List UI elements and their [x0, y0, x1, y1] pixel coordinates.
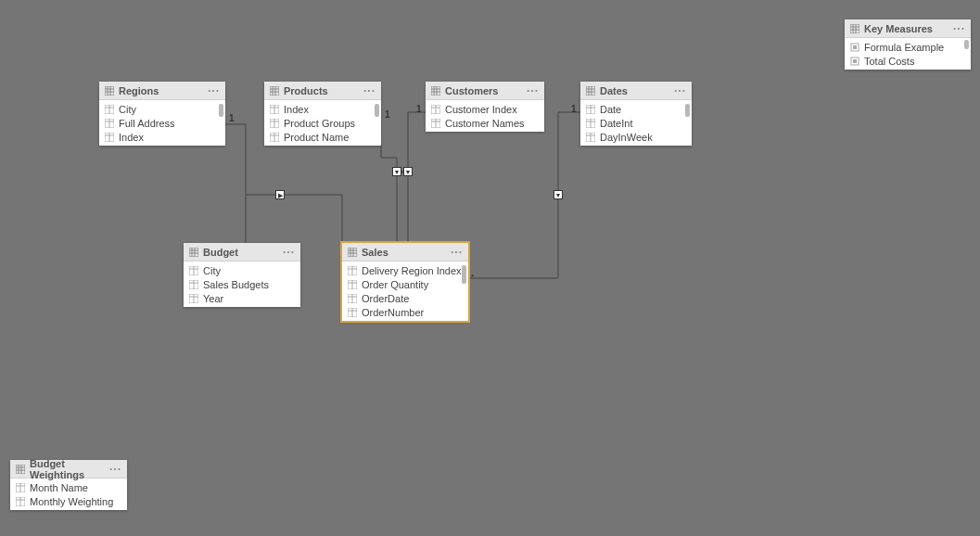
more-icon[interactable]: ··· — [109, 463, 121, 476]
table-sales[interactable]: Sales ··· Delivery Region Index Order Qu… — [342, 243, 468, 321]
field-row[interactable]: Product Groups — [264, 116, 381, 130]
field-row[interactable]: Customer Index — [426, 102, 544, 116]
table-budget-weightings[interactable]: Budget Weightings ··· Month Name Monthly… — [10, 460, 127, 510]
table-header-products[interactable]: Products ··· — [264, 82, 381, 100]
field-name: Monthly Weighting — [30, 496, 113, 507]
svg-rect-28 — [431, 86, 440, 96]
svg-rect-90 — [853, 45, 857, 49]
table-header-regions[interactable]: Regions ··· — [99, 82, 225, 100]
scrollbar[interactable] — [219, 104, 223, 117]
svg-rect-67 — [348, 248, 357, 257]
scrollbar[interactable] — [964, 40, 969, 49]
relationship-lines — [0, 0, 980, 536]
measure-icon — [850, 43, 859, 52]
field-row[interactable]: Full Address — [99, 116, 225, 130]
table-title: Key Measures — [864, 23, 953, 34]
field-row[interactable]: City — [184, 263, 300, 277]
column-icon — [16, 483, 25, 492]
table-icon — [348, 248, 357, 257]
table-title: Products — [284, 85, 363, 96]
field-name: Formula Example — [864, 42, 944, 53]
table-icon — [586, 86, 595, 96]
field-row[interactable]: OrderDate — [342, 291, 468, 305]
scrollbar[interactable] — [375, 104, 379, 117]
field-row[interactable]: Total Costs — [845, 54, 971, 68]
field-row[interactable]: Year — [184, 291, 300, 305]
field-name: Product Groups — [284, 118, 355, 129]
field-name: Index — [284, 104, 309, 115]
svg-rect-14 — [270, 86, 279, 96]
column-icon — [431, 119, 440, 128]
field-name: Product Name — [284, 132, 349, 143]
field-row[interactable]: Month Name — [10, 480, 127, 494]
more-icon[interactable]: ··· — [953, 22, 965, 35]
field-row[interactable]: DateInt — [580, 116, 692, 130]
scrollbar[interactable] — [462, 265, 466, 284]
field-row[interactable]: Formula Example — [845, 40, 971, 54]
field-row[interactable]: OrderNumber — [342, 305, 468, 319]
more-icon[interactable]: ··· — [527, 84, 539, 97]
column-icon — [105, 105, 114, 114]
table-icon — [105, 86, 114, 96]
table-header-sales[interactable]: Sales ··· — [342, 243, 468, 262]
field-name: Sales Budgets — [203, 279, 269, 290]
field-row[interactable]: Date — [580, 102, 692, 116]
table-header-budget-weightings[interactable]: Budget Weightings ··· — [10, 460, 127, 479]
field-name: Delivery Region Index — [362, 265, 462, 276]
column-icon — [16, 497, 25, 506]
table-header-customers[interactable]: Customers ··· — [426, 82, 544, 100]
field-name: Total Costs — [864, 56, 914, 67]
table-regions[interactable]: Regions ··· City Full Address Index — [99, 82, 225, 146]
table-icon — [16, 465, 25, 474]
field-row[interactable]: Delivery Region Index — [342, 263, 468, 277]
field-name: Date — [600, 104, 621, 115]
field-row[interactable]: Sales Budgets — [184, 277, 300, 291]
scrollbar[interactable] — [685, 104, 690, 117]
table-icon — [189, 248, 198, 257]
table-title: Customers — [445, 85, 527, 96]
filter-arrow-products-sales: ▼ — [392, 167, 401, 176]
field-name: DateInt — [600, 118, 632, 129]
table-header-dates[interactable]: Dates ··· — [580, 82, 692, 100]
table-products[interactable]: Products ··· Index Product Groups Produc… — [264, 82, 381, 146]
column-icon — [348, 280, 357, 289]
field-row[interactable]: Order Quantity — [342, 277, 468, 291]
field-row[interactable]: Product Name — [264, 130, 381, 144]
column-icon — [586, 105, 595, 114]
table-dates[interactable]: Dates ··· Date DateInt DayInWeek — [580, 82, 692, 146]
field-row[interactable]: Customer Names — [426, 116, 544, 130]
filter-arrow-dates-sales: ▼ — [554, 190, 563, 199]
field-name: Month Name — [30, 482, 88, 493]
field-row[interactable]: DayInWeek — [580, 130, 692, 144]
field-row[interactable]: Index — [99, 130, 225, 144]
cardinality-one-customers: 1 — [416, 104, 422, 114]
svg-rect-39 — [586, 86, 595, 96]
column-icon — [189, 294, 198, 303]
field-row[interactable]: Index — [264, 102, 381, 116]
more-icon[interactable]: ··· — [451, 246, 463, 259]
column-icon — [348, 266, 357, 275]
column-icon — [189, 280, 198, 289]
more-icon[interactable]: ··· — [363, 84, 375, 97]
table-title: Budget Weightings — [30, 458, 109, 480]
table-customers[interactable]: Customers ··· Customer Index Customer Na… — [426, 82, 544, 132]
more-icon[interactable]: ··· — [283, 246, 295, 259]
table-key-measures[interactable]: Key Measures ··· Formula Example Total C… — [845, 19, 971, 70]
measure-icon — [850, 57, 859, 66]
field-row[interactable]: Monthly Weighting — [10, 494, 127, 508]
table-icon — [431, 86, 440, 96]
table-icon — [270, 86, 279, 96]
table-budget[interactable]: Budget ··· City Sales Budgets Year — [184, 243, 300, 307]
table-header-key-measures[interactable]: Key Measures ··· — [845, 19, 971, 38]
more-icon[interactable]: ··· — [208, 84, 220, 97]
more-icon[interactable]: ··· — [674, 84, 686, 97]
filter-arrow-customers-sales: ▼ — [403, 167, 413, 176]
column-icon — [348, 294, 357, 303]
table-header-budget[interactable]: Budget ··· — [184, 243, 300, 262]
column-icon — [105, 119, 114, 128]
field-row[interactable]: City — [99, 102, 225, 116]
column-icon — [189, 266, 198, 275]
table-icon — [850, 24, 859, 33]
column-icon — [270, 133, 279, 142]
field-name: City — [203, 265, 221, 276]
